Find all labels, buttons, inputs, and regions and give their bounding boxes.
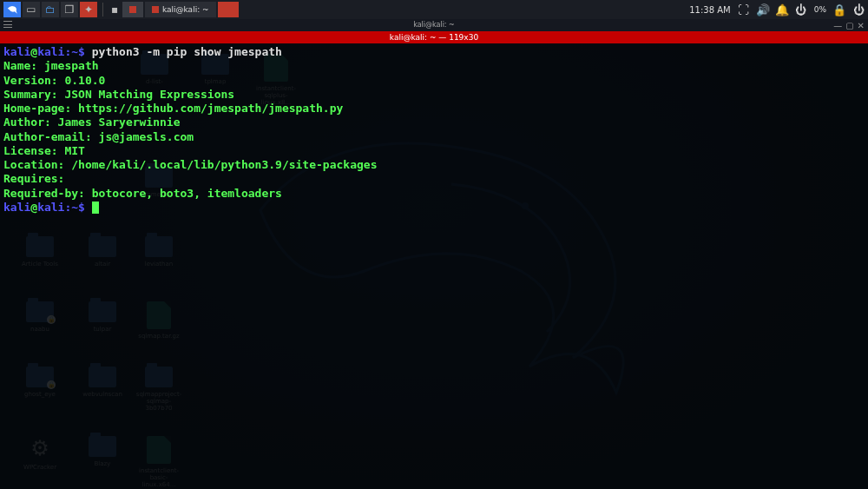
network-icon[interactable]: ⏻ (795, 3, 807, 17)
taskbar-window-button[interactable]: kali@kali: ~ (145, 2, 216, 17)
taskbar-divider (102, 3, 103, 17)
terminal-body[interactable]: kali@kali:~$ python3 -m pip show jmespat… (0, 43, 868, 489)
terminal-output-line: Requires: (3, 172, 64, 185)
taskbar-folder-icon[interactable]: 🗀 (42, 2, 59, 17)
app-menu-icon[interactable] (3, 2, 21, 17)
close-icon[interactable]: ✕ (858, 20, 865, 32)
terminal-output-line: Required-by: botocore, boto3, itemloader… (3, 187, 282, 200)
taskbar-terminal-icon[interactable]: ❐ (61, 2, 78, 17)
terminal-window: kali@kali: ~ — ▢ ✕ kali@kali: ~ — 119x30… (0, 19, 868, 489)
maximize-icon[interactable]: ▢ (845, 20, 853, 32)
taskbar-window-title: kali@kali: ~ (162, 5, 209, 14)
terminal-output-line: Author: James Saryerwinnie (3, 116, 181, 129)
power-icon[interactable]: ⏻ (852, 3, 865, 17)
workspace-indicator[interactable] (122, 2, 143, 17)
terminal-title: kali@kali: ~ (413, 21, 455, 29)
menu-icon[interactable] (3, 21, 12, 28)
terminal-output-line: Location: /home/kali/.local/lib/python3.… (3, 158, 377, 171)
battery-pct: 0% (814, 5, 826, 14)
terminal-output-line: License: MIT (3, 144, 85, 157)
terminal-titlebar[interactable]: kali@kali: ~ — ▢ ✕ (0, 19, 868, 31)
display-icon[interactable]: ⛶ (738, 3, 750, 17)
taskbar-window-button-2[interactable] (218, 2, 239, 17)
terminal-output-line: Author-email: js@jamesls.com (3, 130, 194, 143)
lock-icon[interactable]: 🔒 (833, 3, 845, 17)
terminal-output-line: Version: 0.10.0 (3, 74, 105, 87)
volume-icon[interactable]: 🔊 (757, 3, 769, 17)
taskbar-files-icon[interactable]: ▭ (23, 2, 40, 17)
taskbar-app-icon[interactable]: ✦ (80, 2, 97, 17)
terminal-cursor (92, 202, 99, 214)
terminal-output-line: Name: jmespath (3, 59, 99, 72)
clock[interactable]: 11:38 AM (689, 5, 730, 15)
terminal-tab[interactable]: kali@kali: ~ — 119x30 (0, 31, 868, 43)
workspace-1[interactable]: ▪ (108, 2, 121, 17)
minimize-icon[interactable]: — (833, 20, 842, 32)
notifications-icon[interactable]: 🔔 (776, 3, 788, 17)
taskbar: ▭ 🗀 ❐ ✦ ▪ kali@kali: ~ 11:38 AM ⛶ 🔊 🔔 ⏻ … (0, 0, 868, 19)
terminal-tab-label: kali@kali: ~ — 119x30 (390, 33, 478, 42)
terminal-output-line: Summary: JSON Matching Expressions (3, 88, 234, 101)
terminal-command: python3 -m pip show jmespath (85, 45, 282, 58)
terminal-output-line: Home-page: https://github.com/jmespath/j… (3, 102, 343, 115)
